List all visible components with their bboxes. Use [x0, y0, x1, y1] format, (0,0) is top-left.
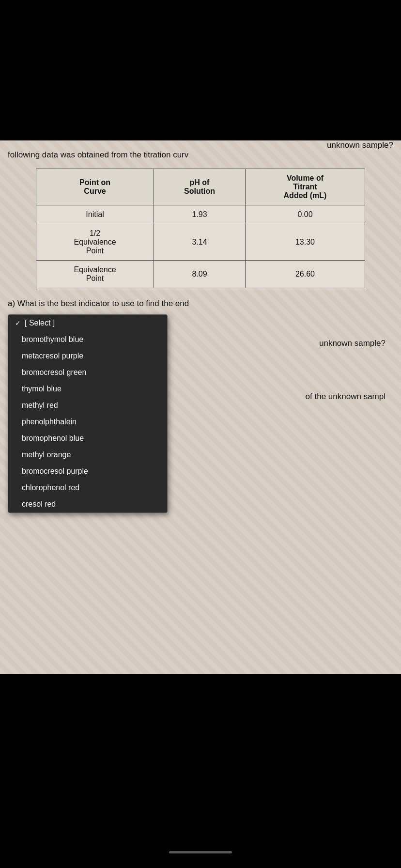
- dropdown-option-cresol-red[interactable]: cresol red: [8, 496, 167, 512]
- dropdown-option-select[interactable]: [ Select ]: [8, 315, 167, 331]
- main-content: following data was obtained from the tit…: [0, 140, 401, 674]
- cell-point-initial: Initial: [36, 205, 154, 224]
- cell-ph-initial: 1.93: [154, 205, 246, 224]
- dropdown-option-bromothymol-blue[interactable]: bromothymol blue: [8, 331, 167, 348]
- dropdown-option-chlorophenol-red[interactable]: chlorophenol red: [8, 480, 167, 496]
- cell-point-equiv: EquivalencePoint: [36, 261, 154, 288]
- dropdown-option-bromophenol-blue[interactable]: bromophenol blue: [8, 430, 167, 447]
- dropdown-option-methyl-red[interactable]: methyl red: [8, 397, 167, 414]
- question-a: a) What is the best indicator to use to …: [8, 299, 393, 309]
- col-header-ph: pH ofSolution: [154, 169, 246, 205]
- dropdown-option-thymol-blue[interactable]: thymol blue: [8, 381, 167, 397]
- data-table: Point onCurve pH ofSolution Volume ofTit…: [36, 169, 365, 288]
- dropdown-option-phenolphthalein[interactable]: phenolphthalein: [8, 414, 167, 430]
- dropdown-option-bromocresol-green[interactable]: bromocresol green: [8, 364, 167, 381]
- table-row: EquivalencePoint 8.09 26.60: [36, 261, 365, 288]
- home-indicator: [169, 851, 232, 853]
- dropdown-option-metacresol-purple[interactable]: metacresol purple: [8, 348, 167, 364]
- col-header-point: Point onCurve: [36, 169, 154, 205]
- intro-text: following data was obtained from the tit…: [8, 150, 393, 160]
- dropdown-option-bromocresol-purple[interactable]: bromocresol purple: [8, 463, 167, 480]
- cell-volume-initial: 0.00: [245, 205, 365, 224]
- cell-point-half-equiv: 1/2EquivalencePoint: [36, 224, 154, 261]
- table-row: Initial 1.93 0.00: [36, 205, 365, 224]
- cell-volume-half-equiv: 13.30: [245, 224, 365, 261]
- side-text-unknown: unknown sample?: [319, 339, 386, 348]
- table-row: 1/2EquivalencePoint 3.14 13.30: [36, 224, 365, 261]
- cell-ph-half-equiv: 3.14: [154, 224, 246, 261]
- side-text-a: unknown sample?: [327, 140, 393, 150]
- dropdown-select[interactable]: [ Select ] bromothymol blue metacresol p…: [8, 314, 168, 513]
- col-header-volume: Volume ofTitrantAdded (mL): [245, 169, 365, 205]
- dropdown-option-methyl-orange[interactable]: methyl orange: [8, 447, 167, 463]
- dropdown-area: [ Select ] bromothymol blue metacresol p…: [8, 314, 393, 469]
- side-text-of-unknown: of the unknown sampl: [306, 392, 386, 402]
- cell-volume-equiv: 26.60: [245, 261, 365, 288]
- cell-ph-equiv: 8.09: [154, 261, 246, 288]
